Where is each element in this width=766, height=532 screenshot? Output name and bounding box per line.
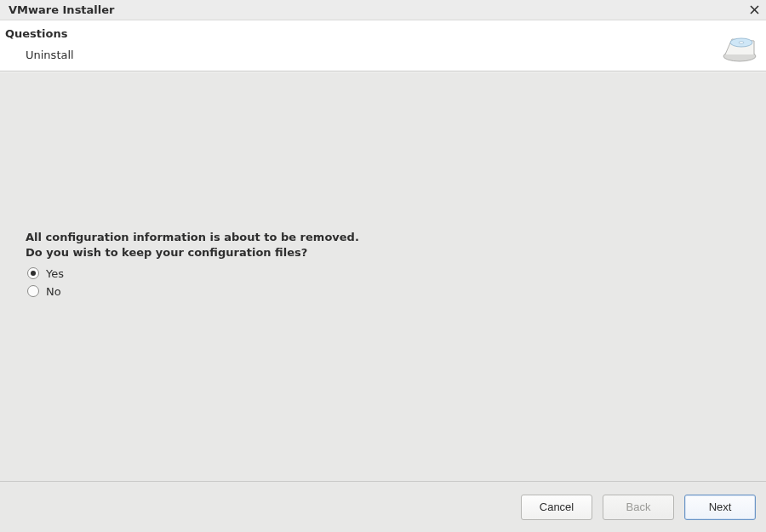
option-no-label: No bbox=[46, 285, 61, 298]
footer: Cancel Back Next bbox=[0, 481, 766, 532]
radio-yes[interactable] bbox=[27, 267, 39, 279]
header-text: Questions Uninstall bbox=[5, 26, 74, 61]
header: Questions Uninstall bbox=[0, 20, 766, 72]
header-section-label: Questions bbox=[5, 27, 74, 40]
installer-window: VMware Installer Questions Uninstall All… bbox=[0, 0, 766, 532]
close-button[interactable] bbox=[747, 3, 761, 17]
svg-point-4 bbox=[739, 42, 744, 44]
disk-icon bbox=[722, 32, 757, 66]
question-block: All configuration information is about t… bbox=[26, 230, 740, 297]
titlebar: VMware Installer bbox=[0, 0, 766, 20]
radio-no[interactable] bbox=[27, 285, 39, 297]
window-title: VMware Installer bbox=[9, 3, 747, 16]
question-line-1: All configuration information is about t… bbox=[26, 230, 740, 245]
back-button[interactable]: Back bbox=[603, 495, 674, 520]
options-group: Yes No bbox=[26, 267, 740, 298]
option-yes[interactable]: Yes bbox=[27, 267, 740, 280]
content-area: All configuration information is about t… bbox=[0, 72, 766, 481]
question-line-2: Do you wish to keep your configuration f… bbox=[26, 245, 740, 260]
cancel-button[interactable]: Cancel bbox=[521, 495, 592, 520]
next-button[interactable]: Next bbox=[684, 495, 756, 520]
option-no[interactable]: No bbox=[27, 285, 740, 298]
option-yes-label: Yes bbox=[46, 267, 64, 280]
close-icon bbox=[750, 5, 759, 14]
header-subtitle: Uninstall bbox=[5, 49, 74, 61]
